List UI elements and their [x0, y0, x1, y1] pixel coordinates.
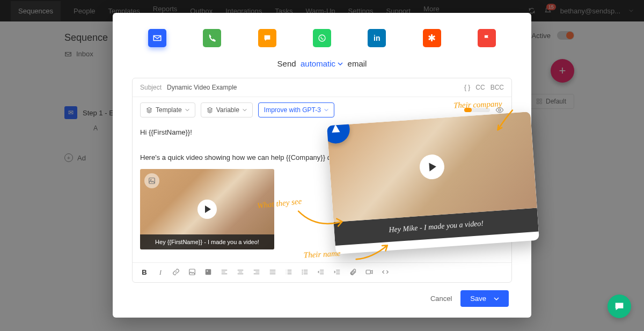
send-mode-row: Send automatic email: [132, 59, 512, 68]
channel-sms[interactable]: [258, 29, 276, 47]
svg-rect-8: [189, 269, 195, 275]
video-caption: Hey {{FirstName}} - I made you a video!: [140, 234, 274, 249]
image-icon: [144, 173, 159, 188]
svg-point-4: [319, 35, 325, 41]
video-button[interactable]: [365, 268, 374, 277]
align-left-button[interactable]: [221, 268, 229, 277]
cancel-button[interactable]: Cancel: [430, 295, 452, 303]
svg-point-12: [302, 271, 303, 273]
preview-overlay: Hey Mike - I made you a video! Their com…: [321, 100, 546, 265]
channel-whatsapp[interactable]: [313, 29, 331, 47]
align-justify-button[interactable]: [269, 268, 277, 277]
channel-selector: in ✱: [132, 29, 512, 47]
svg-point-10: [207, 270, 208, 271]
link-button[interactable]: [172, 268, 181, 277]
image-button[interactable]: [188, 268, 197, 277]
align-center-button[interactable]: [237, 268, 245, 277]
svg-rect-9: [206, 269, 211, 275]
subject-label: Subject: [140, 84, 162, 91]
format-toolbar: B I: [133, 262, 511, 282]
svg-rect-6: [149, 178, 155, 184]
chat-fab[interactable]: [608, 295, 631, 318]
send-mode-dropdown[interactable]: automatic: [301, 59, 343, 68]
channel-linkedin[interactable]: in: [368, 29, 386, 47]
variable-button[interactable]: Variable: [201, 102, 253, 117]
chevron-down-icon: [243, 108, 247, 112]
bold-button[interactable]: B: [140, 268, 149, 277]
template-button[interactable]: Template: [140, 102, 195, 117]
annotation-name: Their name: [303, 249, 341, 260]
italic-button[interactable]: I: [156, 268, 165, 277]
play-icon: [419, 154, 445, 180]
chevron-down-icon: [494, 296, 499, 301]
svg-rect-14: [366, 270, 370, 274]
chat-icon: [613, 300, 625, 312]
email-body[interactable]: Hi {{FirstName}}! Here's a quick video s…: [133, 123, 511, 262]
svg-point-11: [302, 270, 303, 271]
subject-row: Subject Dynamic Video Example { } CC BCC: [133, 78, 511, 97]
chevron-down-icon: [324, 108, 328, 112]
subject-input[interactable]: Dynamic Video Example: [167, 84, 464, 91]
code-button[interactable]: [382, 268, 390, 277]
bcc-button[interactable]: BCC: [491, 84, 504, 91]
svg-point-13: [302, 274, 303, 275]
attachment-button[interactable]: [349, 268, 358, 277]
layers-icon: [207, 107, 213, 113]
channel-phone[interactable]: [203, 29, 221, 47]
arrow-icon: [488, 107, 522, 136]
channel-task[interactable]: [478, 29, 496, 47]
save-button[interactable]: Save: [460, 290, 509, 307]
chevron-down-icon: [185, 108, 189, 112]
arrow-icon: [353, 240, 397, 264]
svg-point-7: [150, 179, 151, 180]
email-editor: Subject Dynamic Video Example { } CC BCC…: [132, 78, 512, 283]
play-icon: [197, 200, 217, 219]
insert-variable-icon[interactable]: { }: [464, 84, 470, 91]
cc-button[interactable]: CC: [475, 84, 485, 91]
compose-modal: × in ✱ Send automatic email Subject Dyna…: [113, 13, 531, 318]
layers-icon: [146, 107, 152, 113]
list-ordered-button[interactable]: [285, 268, 294, 277]
modal-footer: Cancel Save: [132, 283, 512, 307]
align-right-button[interactable]: [253, 268, 261, 277]
indent-button[interactable]: [333, 268, 342, 277]
close-button[interactable]: ×: [521, 11, 529, 27]
outdent-button[interactable]: [317, 268, 326, 277]
company-logo-badge: [327, 115, 350, 145]
arrow-icon: [293, 205, 348, 236]
channel-email[interactable]: [148, 29, 166, 47]
list-unordered-button[interactable]: [301, 268, 310, 277]
channel-zapier[interactable]: ✱: [423, 29, 441, 47]
gif-button[interactable]: [204, 268, 213, 277]
video-thumbnail[interactable]: Hey {{FirstName}} - I made you a video!: [140, 169, 274, 249]
